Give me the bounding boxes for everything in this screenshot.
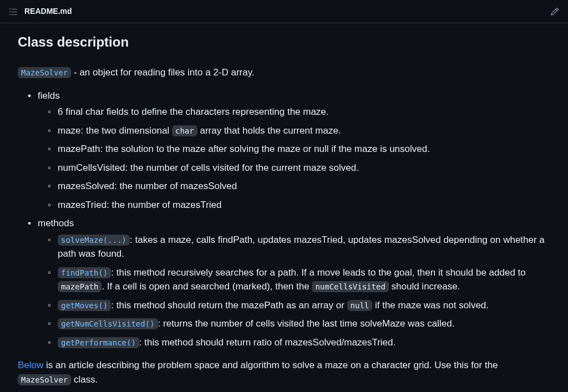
class-intro: MazeSolver - an object for reading files… [18,65,550,80]
file-header: README.md [0,0,568,23]
methods-item: methods solveMaze(...): takes a maze, ca… [38,216,550,349]
method-code[interactable]: solveMaze(...) [58,235,130,246]
file-title: README.md [24,6,72,17]
field-item: maze: the two dimensional char array tha… [58,124,550,138]
mazesolver-code: MazeSolver [18,374,71,385]
bottom-paragraph: Below is an article describing the probl… [18,358,550,386]
fields-label: fields [38,90,60,101]
field-item: mazePath: the solution to the maze after… [58,142,550,156]
fields-list: 6 final char fields to define the charac… [38,105,550,212]
readme-content: Class description MazeSolver - an object… [0,23,568,392]
method-item: findPath(): this method recursively sear… [58,266,550,294]
mazepath-code: mazePath [58,281,102,292]
below-link[interactable]: Below [18,360,43,370]
method-code[interactable]: getMoves() [58,300,111,311]
null-code: null [347,300,373,311]
field-item: mazesTried: the number of mazesTried [58,198,550,212]
char-code: char [172,125,197,136]
method-item: solveMaze(...): takes a maze, calls find… [58,233,550,261]
method-item: getNumCellsVisited(): returns the number… [58,317,550,331]
field-item: 6 final char fields to define the charac… [58,105,550,119]
method-code[interactable]: getPerformance() [58,337,139,348]
method-code[interactable]: getNumCellsVisited() [58,318,158,329]
field-item: numCellsVisited: the number of cells vis… [58,161,550,175]
edit-icon[interactable] [550,7,559,16]
section-heading: Class description [18,32,550,57]
methods-list: solveMaze(...): takes a maze, calls find… [38,233,550,350]
method-code[interactable]: findPath() [58,267,111,278]
intro-text: - an object for reading files into a 2-D… [71,67,254,78]
fields-item: fields 6 final char fields to define the… [38,89,550,212]
method-item: getPerformance(): this method should ret… [58,335,550,350]
numcellsvisited-code: numCellsVisited [312,281,388,292]
toc-icon[interactable] [9,7,18,16]
class-name-code[interactable]: MazeSolver [18,67,71,78]
method-item: getMoves(): this method should return th… [58,298,550,313]
field-item: mazesSolved: the number of mazesSolved [58,179,550,194]
class-spec-list: fields 6 final char fields to define the… [18,89,550,350]
methods-label: methods [38,218,74,228]
